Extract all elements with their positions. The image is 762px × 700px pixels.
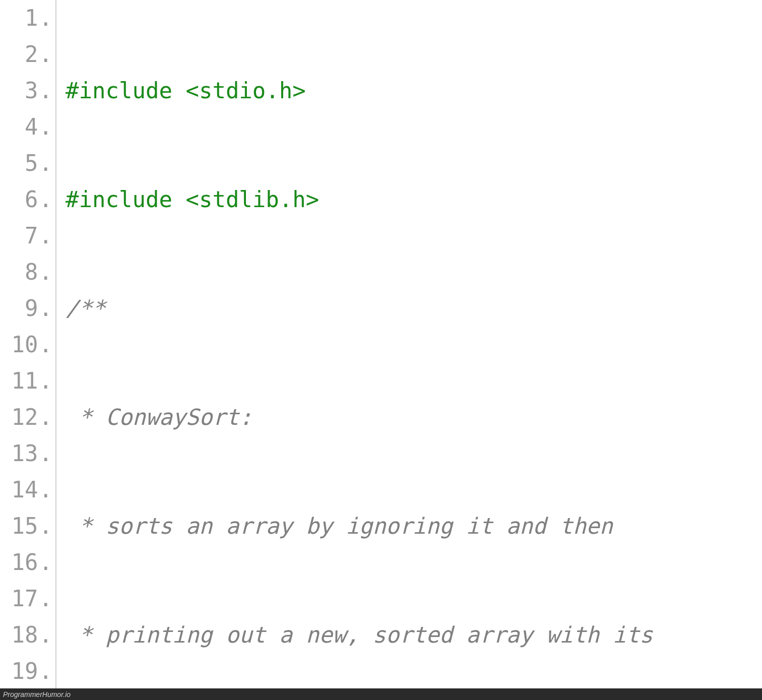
line-number: 9. [0,290,52,327]
code-editor: 1. 2. 3. 4. 5. 6. 7. 8. 9. 10. 11. 12. 1… [0,0,762,688]
line-number: 14. [0,472,52,508]
line-number: 10. [0,327,52,363]
line-number: 17. [0,581,52,617]
code-line: * ConwaySort: [66,399,762,435]
line-number: 13. [0,435,52,472]
line-number: 15. [0,508,52,544]
line-number: 16. [0,544,52,581]
code-line: /** [66,290,762,327]
code-line: #include <stdlib.h> [66,181,762,218]
block-comment: * printing out a new, sorted array with … [66,617,653,653]
block-comment: * ConwaySort: [66,399,252,435]
line-number: 6. [0,181,52,218]
line-number: 3. [0,73,52,109]
block-comment: /** [66,290,105,327]
line-number: 2. [0,36,52,73]
line-number: 11. [0,363,52,399]
code-line: * sorts an array by ignoring it and then [66,508,762,544]
line-number: 7. [0,218,52,254]
preprocessor-directive: #include <stdio.h> [66,73,306,109]
code-line: * printing out a new, sorted array with … [66,617,762,653]
line-number-gutter: 1. 2. 3. 4. 5. 6. 7. 8. 9. 10. 11. 12. 1… [0,0,56,688]
line-number: 19. [0,653,52,689]
line-number: 1. [0,0,52,36]
line-number: 8. [0,254,52,290]
watermark-text: ProgrammerHumor.io [3,690,71,698]
block-comment: * sorts an array by ignoring it and then [66,508,613,544]
code-line: #include <stdio.h> [66,73,762,109]
preprocessor-directive: #include <stdlib.h> [66,181,319,218]
line-number: 18. [0,617,52,653]
line-number: 4. [0,109,52,145]
line-number: 5. [0,145,52,181]
line-number: 12. [0,399,52,435]
code-area: #include <stdio.h> #include <stdlib.h> /… [56,0,762,688]
